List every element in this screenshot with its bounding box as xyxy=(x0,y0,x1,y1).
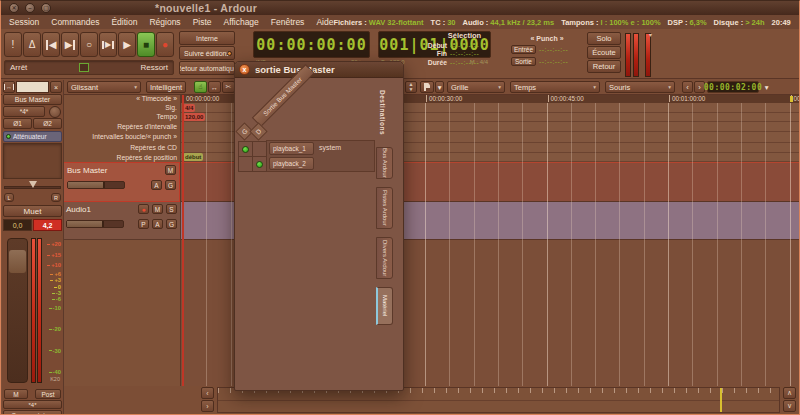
pan-pointer[interactable] xyxy=(29,181,37,188)
phase-2-button[interactable]: Ø2 xyxy=(33,118,62,129)
scroll-down-button[interactable]: ∨ xyxy=(783,400,796,412)
strip-name-button[interactable]: Bus Master xyxy=(3,94,62,105)
dialog-title-bar[interactable]: x sortie Bus Master xyxy=(235,62,403,78)
mono-button[interactable]: M xyxy=(4,389,28,399)
group-button[interactable]: G xyxy=(166,219,177,229)
range-tool-button[interactable]: ↔ xyxy=(208,81,221,93)
gain-display[interactable]: 0,0 xyxy=(3,219,32,231)
matrix-cell[interactable] xyxy=(252,156,267,172)
tab-pistes-ardour[interactable]: Pistes Ardour xyxy=(376,187,393,229)
record-arm-button[interactable]: ● xyxy=(138,204,149,214)
matrix-cell[interactable] xyxy=(238,156,253,172)
metronome-button[interactable]: Δ xyxy=(23,32,41,57)
sync-source-button[interactable]: Interne xyxy=(179,31,235,45)
automation-button[interactable]: A xyxy=(151,180,162,190)
grid-select[interactable]: Grille▾ xyxy=(447,81,505,93)
view-chevron-icon[interactable]: ▾ xyxy=(435,81,444,93)
scroll-left-button[interactable]: ‹ xyxy=(201,387,214,399)
save-view-button[interactable] xyxy=(420,81,434,93)
ruler-label[interactable]: Repères de position xyxy=(63,152,180,162)
selection-length-value[interactable]: --:--:--:-- xyxy=(450,59,479,66)
stop-button[interactable]: ■ xyxy=(137,32,155,57)
follow-edits-button[interactable]: Suivre éditions xyxy=(179,46,235,60)
punch-out-button[interactable]: Sortie xyxy=(511,57,536,66)
processor-fader[interactable]: Atténuateur xyxy=(3,131,62,142)
play-button[interactable]: ▶ xyxy=(118,32,136,57)
tempo-marker[interactable]: 120,00 xyxy=(183,113,205,121)
playlist-button[interactable]: P xyxy=(138,219,149,229)
matrix-cell[interactable] xyxy=(238,141,253,157)
ruler-label[interactable]: « Timecode » xyxy=(63,94,180,103)
ruler-label[interactable]: Repères de CD xyxy=(63,142,180,152)
goto-start-button[interactable]: ◀ xyxy=(42,32,60,57)
track-header-audio1[interactable]: Audio1 ● M S P A G xyxy=(63,202,180,240)
pan-control[interactable] xyxy=(4,181,61,193)
nudge-back-button[interactable]: ‹ xyxy=(682,81,693,93)
gain-fader[interactable] xyxy=(7,238,28,383)
processor-led[interactable] xyxy=(6,134,11,139)
feedback-button[interactable]: Retour xyxy=(587,60,621,73)
start-marker[interactable]: début xyxy=(183,153,203,161)
playhead[interactable] xyxy=(182,94,184,386)
grab-tool-button[interactable]: ☝ xyxy=(194,81,207,93)
mute-button[interactable]: M xyxy=(152,204,163,214)
output-bottom-button[interactable]: *4* xyxy=(3,400,62,409)
mute-button[interactable]: Muet xyxy=(3,205,62,217)
selection-end-value[interactable]: --:--:--:-- xyxy=(450,50,479,57)
menu-piste[interactable]: Piste xyxy=(193,17,212,27)
ruler-label[interactable]: Repères d'intervalle xyxy=(63,121,180,131)
tab-bus-ardour[interactable]: Bus Ardour xyxy=(376,147,393,179)
phase-1-button[interactable]: Ø1 xyxy=(3,118,32,129)
pan-right-button[interactable]: R xyxy=(51,193,61,202)
shrink-strip-button[interactable]: ↔ xyxy=(3,81,15,93)
trim-knob[interactable] xyxy=(49,106,61,118)
track-name[interactable]: Bus Master xyxy=(67,166,107,175)
output-button[interactable]: *4* xyxy=(3,106,45,117)
meter-options-chevron-icon[interactable]: ▾ xyxy=(649,31,652,38)
maximize-window-icon[interactable]: ▢ xyxy=(41,3,51,13)
edit-mode-select[interactable]: Glissant▾ xyxy=(67,81,141,93)
record-button[interactable]: ● xyxy=(156,32,174,57)
track-name[interactable]: Audio1 xyxy=(66,205,91,214)
smart-mode-button[interactable]: Intelligent xyxy=(146,81,186,93)
mouse-mode-select[interactable]: Souris▾ xyxy=(605,81,675,93)
selection-start-value[interactable]: --:--:--:-- xyxy=(450,42,479,49)
menu-session[interactable]: Session xyxy=(9,17,39,27)
punch-out-value[interactable]: --:--:--:-- xyxy=(539,58,568,65)
menu-affichage[interactable]: Affichage xyxy=(224,17,259,27)
title-bar[interactable]: ✕–▢ *nouvelle1 - Ardour xyxy=(1,1,799,15)
close-window-icon[interactable]: ✕ xyxy=(9,3,19,13)
menu-édition[interactable]: Édition xyxy=(111,17,137,27)
pan-left-button[interactable]: L xyxy=(4,193,14,202)
session-end-marker[interactable] xyxy=(790,96,793,102)
menu-commandes[interactable]: Commandes xyxy=(51,17,99,27)
comments-button[interactable]: Commentaires xyxy=(3,410,62,415)
loop-button[interactable]: ○ xyxy=(80,32,98,57)
goto-end-button[interactable]: ▶ xyxy=(61,32,79,57)
fader-grip[interactable] xyxy=(9,250,26,273)
group-button[interactable]: G xyxy=(165,180,176,190)
midi-panic-button[interactable]: ! xyxy=(4,32,22,57)
menu-fenêtres[interactable]: Fenêtres xyxy=(271,17,305,27)
close-icon[interactable]: x xyxy=(239,64,250,75)
meter-type-label[interactable]: K20 xyxy=(50,376,60,382)
scroll-up-button[interactable]: ∧ xyxy=(783,387,796,399)
shuttle-control[interactable]: Arrêt Ressort xyxy=(4,60,174,75)
nudge-clock[interactable]: 00:00:02:00 xyxy=(707,81,759,93)
processor-box[interactable] xyxy=(3,143,62,179)
shuttle-marker[interactable] xyxy=(79,63,89,72)
nudge-clock-chevron-icon[interactable]: ▾ xyxy=(762,81,771,93)
punch-in-value[interactable]: --:--:--:-- xyxy=(539,46,568,53)
minimize-window-icon[interactable]: – xyxy=(25,3,35,13)
auto-return-button[interactable]: Retour automatique xyxy=(179,61,235,75)
port-playback-1[interactable]: playback_1 xyxy=(269,142,314,155)
listen-button[interactable]: Écoute xyxy=(587,46,621,59)
ruler-label[interactable]: Tempo xyxy=(63,112,180,121)
track-level-slider[interactable] xyxy=(67,181,125,189)
play-selection-button[interactable]: ▶ xyxy=(99,32,117,57)
solo-button[interactable]: Solo xyxy=(587,32,621,45)
meter-marker[interactable]: 4/4 xyxy=(183,104,195,112)
nudge-stepper-button[interactable]: ▲▼ xyxy=(405,81,417,93)
close-strip-button[interactable]: × xyxy=(50,81,62,93)
port-playback-2[interactable]: playback_2 xyxy=(269,157,314,170)
